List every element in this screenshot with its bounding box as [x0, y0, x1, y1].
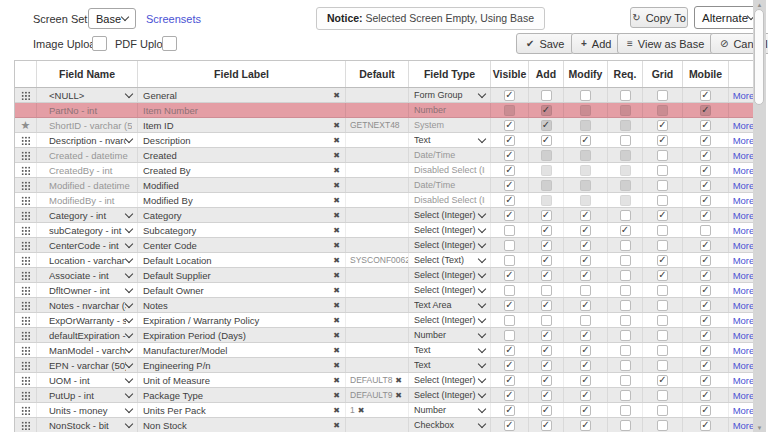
modify-checkbox[interactable]: ✓ — [580, 270, 591, 281]
clear-label-icon[interactable]: ✖ — [333, 286, 340, 295]
scroll-up-arrow-icon[interactable]: ▲ — [753, 0, 766, 9]
mobile-checkbox[interactable]: ✓ — [700, 360, 711, 371]
visible-checkbox[interactable]: ✓ — [504, 195, 515, 206]
visible-checkbox[interactable]: ✓ — [504, 135, 515, 146]
clear-label-icon[interactable]: ✖ — [333, 241, 340, 250]
field-type-select[interactable]: Select (Integer) — [414, 285, 479, 295]
visible-checkbox[interactable]: ✓ — [504, 90, 515, 101]
more-link[interactable]: More — [733, 285, 755, 296]
grid-checkbox[interactable]: ✓ — [657, 120, 668, 131]
add-checkbox[interactable]: ✓ — [541, 345, 552, 356]
mobile-checkbox[interactable]: ✓ — [700, 180, 711, 191]
field-name-select[interactable]: DfltOwner - int — [49, 285, 126, 296]
mobile-checkbox[interactable]: ✓ — [700, 405, 711, 416]
visible-checkbox[interactable]: ✓ — [504, 405, 515, 416]
add-checkbox[interactable]: ✓ — [541, 420, 552, 431]
grid-checkbox[interactable] — [657, 240, 668, 251]
req-checkbox[interactable] — [620, 375, 631, 386]
visible-checkbox[interactable]: ✓ — [504, 165, 515, 176]
grid-checkbox[interactable] — [657, 390, 668, 401]
mobile-checkbox[interactable]: ✓ — [700, 390, 711, 401]
grid-checkbox[interactable]: ✓ — [657, 375, 668, 386]
field-name-select[interactable]: ExpOrWarranty - smallint — [49, 315, 126, 326]
more-link[interactable]: More — [733, 300, 755, 311]
field-name-select[interactable]: CenterCode - int — [49, 240, 126, 251]
drag-handle-icon[interactable] — [21, 211, 30, 220]
more-link[interactable]: More — [733, 225, 755, 236]
field-type-select[interactable]: Select (Integer) — [414, 210, 479, 220]
drag-handle-icon[interactable] — [21, 331, 30, 340]
image-upload-checkbox[interactable] — [92, 36, 107, 51]
field-name-select[interactable]: Units - money — [49, 405, 126, 416]
more-link[interactable]: More — [733, 240, 755, 251]
add-checkbox[interactable]: ✓ — [541, 240, 552, 251]
field-name-select[interactable]: UOM - int — [49, 375, 126, 386]
clear-label-icon[interactable]: ✖ — [333, 316, 340, 325]
drag-handle-icon[interactable] — [21, 421, 30, 430]
more-link[interactable]: More — [733, 345, 755, 356]
clear-default-icon[interactable]: ✖ — [358, 406, 365, 415]
more-link[interactable]: More — [733, 165, 755, 176]
clear-label-icon[interactable]: ✖ — [333, 181, 340, 190]
grid-checkbox[interactable] — [657, 225, 668, 236]
visible-checkbox[interactable] — [504, 240, 515, 251]
field-type-select[interactable]: Select (Integer) — [414, 375, 479, 385]
screen-set-select[interactable]: Base — [88, 8, 136, 29]
field-type-select[interactable]: Number — [414, 405, 479, 415]
clear-label-icon[interactable]: ✖ — [333, 91, 340, 100]
field-type-select[interactable]: Select (Integer) — [414, 240, 479, 250]
req-checkbox[interactable] — [620, 420, 631, 431]
add-checkbox[interactable] — [541, 315, 552, 326]
req-checkbox[interactable] — [620, 90, 631, 101]
mobile-checkbox[interactable]: ✓ — [700, 165, 711, 176]
drag-handle-icon[interactable] — [21, 166, 30, 175]
mobile-checkbox[interactable]: ✓ — [700, 120, 711, 131]
mobile-checkbox[interactable]: ✓ — [700, 420, 711, 431]
clear-default-icon[interactable]: ✖ — [395, 376, 402, 385]
drag-handle-icon[interactable] — [21, 301, 30, 310]
clear-label-icon[interactable]: ✖ — [333, 376, 340, 385]
more-link[interactable]: More — [733, 180, 755, 191]
add-checkbox[interactable]: ✓ — [541, 210, 552, 221]
visible-checkbox[interactable]: ✓ — [504, 360, 515, 371]
field-name-select[interactable]: Notes - nvarchar (3000) — [49, 300, 126, 311]
vertical-scrollbar[interactable]: ▲ ▼ — [753, 0, 766, 432]
clear-label-icon[interactable]: ✖ — [333, 151, 340, 160]
req-checkbox[interactable] — [620, 270, 631, 281]
grid-checkbox[interactable]: ✓ — [657, 255, 668, 266]
alternate-select[interactable]: Alternate — [694, 6, 760, 29]
more-link[interactable]: More — [733, 270, 755, 281]
req-checkbox[interactable] — [620, 315, 631, 326]
req-checkbox[interactable] — [620, 135, 631, 146]
add-checkbox[interactable]: ✓ — [541, 255, 552, 266]
drag-handle-icon[interactable] — [21, 241, 30, 250]
more-link[interactable]: More — [733, 135, 755, 146]
mobile-checkbox[interactable]: ✓ — [700, 285, 711, 296]
field-name-select[interactable]: Category - int — [49, 210, 126, 221]
drag-handle-icon[interactable] — [21, 136, 30, 145]
modify-checkbox[interactable] — [580, 315, 591, 326]
visible-checkbox[interactable]: ✓ — [504, 345, 515, 356]
screensets-link[interactable]: Screensets — [146, 8, 201, 30]
modify-checkbox[interactable]: ✓ — [580, 375, 591, 386]
visible-checkbox[interactable] — [504, 315, 515, 326]
scroll-down-arrow-icon[interactable]: ▼ — [753, 423, 766, 432]
visible-checkbox[interactable]: ✓ — [504, 150, 515, 161]
mobile-checkbox[interactable]: ✓ — [700, 375, 711, 386]
mobile-checkbox[interactable]: ✓ — [700, 150, 711, 161]
clear-label-icon[interactable]: ✖ — [333, 211, 340, 220]
grid-checkbox[interactable] — [657, 150, 668, 161]
field-name-select[interactable]: <NULL> — [49, 90, 126, 101]
grid-checkbox[interactable] — [657, 180, 668, 191]
mobile-checkbox[interactable]: ✓ — [700, 240, 711, 251]
add-checkbox[interactable]: ✓ — [541, 360, 552, 371]
clear-label-icon[interactable]: ✖ — [333, 166, 340, 175]
mobile-checkbox[interactable]: ✓ — [700, 345, 711, 356]
modify-checkbox[interactable]: ✓ — [580, 405, 591, 416]
field-type-select[interactable]: Number — [414, 330, 479, 340]
modify-checkbox[interactable]: ✓ — [580, 390, 591, 401]
req-checkbox[interactable] — [620, 240, 631, 251]
visible-checkbox[interactable]: ✓ — [504, 120, 515, 131]
mobile-checkbox[interactable]: ✓ — [700, 135, 711, 146]
field-name-select[interactable]: subCategory - int — [49, 225, 126, 236]
